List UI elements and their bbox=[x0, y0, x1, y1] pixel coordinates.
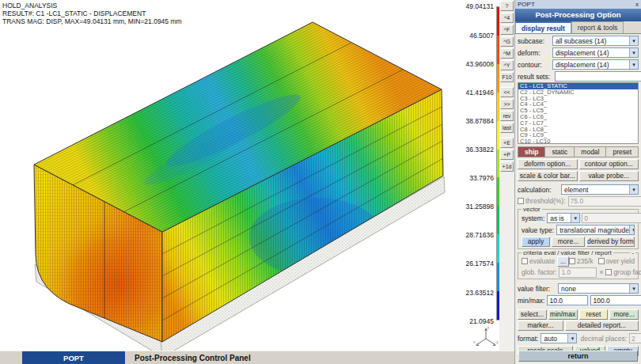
panel-title: Post-Processing Option bbox=[515, 9, 641, 21]
evaluate-checkbox[interactable] bbox=[522, 258, 528, 264]
toolbar-plusP-button[interactable]: +P bbox=[500, 150, 514, 160]
subcase-label: subcase: bbox=[518, 37, 550, 45]
glob-factor-label: glob. factor: bbox=[522, 268, 556, 276]
deform-label: deform: bbox=[518, 49, 550, 57]
colorbar-tick-label: 49.04131 bbox=[446, 2, 494, 10]
toolbar-ctrlM-button[interactable]: ^M bbox=[500, 48, 514, 59]
threshold-checkbox[interactable] bbox=[518, 198, 524, 204]
subcase-select[interactable]: all subcases (14) ▾ bbox=[552, 36, 639, 46]
minmax-label: min/max: bbox=[518, 297, 544, 305]
criteria-group: criteria eval / value filter / report - … bbox=[518, 252, 639, 279]
toolbar-F10-button[interactable]: F10 bbox=[500, 72, 514, 82]
more-button[interactable]: more... bbox=[552, 237, 585, 247]
result-set-item[interactable]: C10 - LC10_ bbox=[518, 138, 638, 144]
deform-select[interactable]: displacement (14) ▾ bbox=[552, 47, 639, 58]
vector-group: vector system: as is ▾ pick value type: … bbox=[518, 209, 639, 249]
tab-modal[interactable]: modal bbox=[574, 146, 605, 157]
colorbar-tick-label: 46.5007 bbox=[446, 32, 494, 40]
235k-checkbox[interactable] bbox=[569, 258, 575, 264]
detailed-report-button[interactable]: detailed report... bbox=[565, 320, 639, 331]
evaluate-options-button[interactable]: ... bbox=[557, 256, 569, 267]
tab-display-result[interactable]: display result bbox=[515, 21, 571, 33]
chevron-down-icon[interactable]: ▾ bbox=[629, 284, 638, 293]
value-type-label: value type: bbox=[522, 226, 554, 234]
chevron-down-icon[interactable]: ▾ bbox=[629, 48, 638, 57]
panel-tab-bar: display result report & tools bbox=[515, 21, 641, 34]
toolbar-last-button[interactable]: last bbox=[500, 123, 514, 133]
scale-colorbar-button[interactable]: scale & color bar... bbox=[518, 171, 578, 181]
3d-viewport[interactable]: HOLD_ANALYSIS RESULT#: C1 -LC1_STATIC - … bbox=[0, 0, 499, 351]
toolbar-help-button[interactable]: ? bbox=[500, 1, 514, 11]
times-label: × bbox=[599, 268, 603, 276]
value-probe-button[interactable]: value probe... bbox=[579, 171, 639, 181]
value-type-select[interactable]: translational magnitude ▾ bbox=[556, 225, 635, 235]
threshold-input[interactable] bbox=[568, 196, 641, 207]
select-button[interactable]: select... bbox=[518, 309, 547, 320]
toolbar-ctrlF-button[interactable]: ^F bbox=[500, 25, 514, 35]
chevron-down-icon[interactable]: ▾ bbox=[571, 214, 579, 222]
toolbar-plus1d-button[interactable]: +1d bbox=[500, 161, 514, 172]
contour-label: contour: bbox=[518, 61, 550, 69]
toolbar-ctrl4-button[interactable]: ^4 bbox=[500, 13, 514, 23]
value-filter-label: value filter: bbox=[518, 285, 556, 293]
decimal-places-input[interactable] bbox=[629, 333, 641, 343]
chevron-down-icon[interactable]: ▾ bbox=[567, 334, 576, 343]
value-filter-value: none bbox=[561, 285, 576, 293]
toolbar-plusE-button[interactable]: +E bbox=[500, 138, 514, 148]
format-select[interactable]: auto ▾ bbox=[540, 333, 577, 343]
over-yield-checkbox[interactable] bbox=[598, 258, 605, 264]
tab-ship[interactable]: ship bbox=[518, 146, 544, 157]
calculation-value: element bbox=[564, 186, 588, 194]
system-select[interactable]: as is ▾ bbox=[547, 213, 580, 223]
result-range: TRANS MAG: DISP, MAX=49.04131 mm, MIN=21… bbox=[2, 17, 182, 25]
tab-preset[interactable]: preset bbox=[605, 146, 639, 157]
colorbar-tick-label: 41.41946 bbox=[446, 89, 494, 97]
marker-button[interactable]: marker... bbox=[518, 320, 563, 331]
min-input[interactable] bbox=[547, 295, 588, 305]
glob-factor-input[interactable] bbox=[559, 267, 597, 278]
fea-model-view bbox=[0, 0, 499, 351]
toolbar-next-button[interactable]: >> bbox=[500, 99, 514, 109]
toolbar-ctrlY-button[interactable]: ^Y bbox=[500, 60, 514, 70]
chevron-down-icon[interactable]: ▾ bbox=[629, 36, 638, 45]
close-icon[interactable]: x bbox=[635, 0, 639, 9]
tab-static[interactable]: static bbox=[544, 146, 574, 157]
value-type-value: translational magnitude bbox=[559, 226, 629, 234]
chevron-down-icon[interactable]: ▾ bbox=[629, 185, 638, 194]
toolbar-rev-button[interactable]: rev bbox=[500, 111, 514, 121]
evaluate-label: evaluate bbox=[529, 257, 555, 265]
group-factor-label: group factor bbox=[613, 268, 641, 276]
deform-option-button[interactable]: deform option... bbox=[518, 159, 578, 169]
format-label: format: bbox=[518, 335, 538, 343]
tab-report-tools[interactable]: report & tools bbox=[571, 21, 624, 33]
value-filter-select[interactable]: none ▾ bbox=[558, 283, 639, 294]
minmax-button[interactable]: min/max bbox=[548, 309, 578, 320]
chevron-down-icon[interactable]: ▾ bbox=[629, 226, 635, 234]
colorbar-tick-label: 28.71636 bbox=[446, 231, 494, 239]
result-sets-listbox[interactable]: C1 - LC1_STATIC C2 - LC2_DYNAMIC C3 - LC… bbox=[518, 82, 639, 144]
derived-by-formula-button[interactable]: derived by formula... bbox=[586, 237, 635, 247]
result-info-text: HOLD_ANALYSIS RESULT#: C1 -LC1_STATIC - … bbox=[2, 2, 182, 25]
chevron-down-icon[interactable]: ▾ bbox=[629, 60, 638, 69]
svg-text:y: y bbox=[496, 339, 499, 344]
toolbar-prev-button[interactable]: << bbox=[500, 87, 514, 97]
apply-button[interactable]: apply bbox=[522, 237, 550, 247]
return-button[interactable]: return bbox=[518, 351, 638, 362]
contour-option-button[interactable]: contour option... bbox=[579, 159, 639, 169]
calculation-select[interactable]: element ▾ bbox=[561, 184, 639, 195]
popt-statusbar-button[interactable]: POPT bbox=[22, 351, 125, 364]
vector-group-label: vector bbox=[522, 206, 542, 213]
panel-window-title: POPT bbox=[518, 0, 535, 9]
result-filter-input[interactable] bbox=[555, 71, 641, 82]
view-toolbar: ? ^4 ^F ^G ^M ^Y F10 << >> rev last +E +… bbox=[499, 0, 514, 351]
decimal-places-label: decimal places: bbox=[580, 335, 627, 343]
system-id-input[interactable] bbox=[582, 213, 641, 223]
reset-button[interactable]: reset bbox=[579, 309, 609, 320]
collapse-icon[interactable]: - bbox=[630, 249, 635, 256]
calculation-label: calculation: bbox=[518, 186, 559, 194]
group-factor-checkbox[interactable] bbox=[605, 269, 612, 275]
toolbar-ctrlG-button[interactable]: ^G bbox=[500, 36, 514, 47]
filter-more-button[interactable]: more... bbox=[609, 309, 639, 320]
contour-select[interactable]: displacement (14) ▾ bbox=[552, 59, 639, 70]
max-input[interactable] bbox=[590, 295, 641, 305]
